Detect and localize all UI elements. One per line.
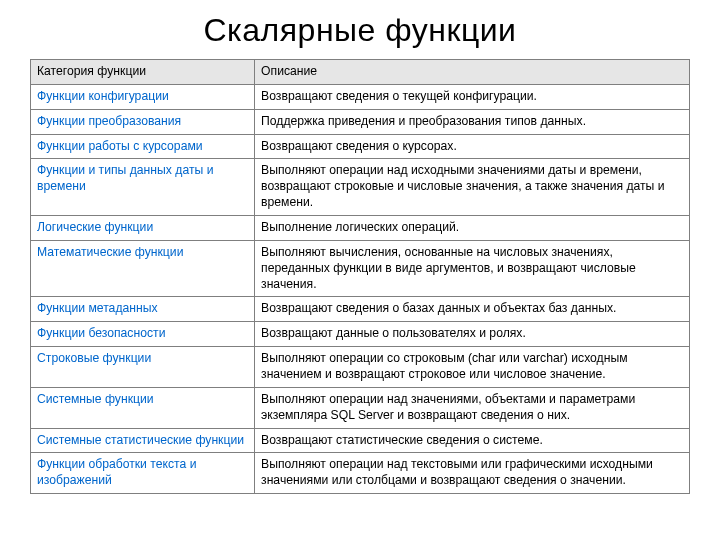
category-link[interactable]: Математические функции <box>37 245 183 259</box>
description-cell: Выполняют операции над значениями, объек… <box>255 387 690 428</box>
category-link[interactable]: Системные статистические функции <box>37 433 244 447</box>
description-cell: Выполняют вычисления, основанные на числ… <box>255 240 690 297</box>
category-link[interactable]: Функции метаданных <box>37 301 158 315</box>
category-link[interactable]: Функции обработки текста и изображений <box>37 457 197 487</box>
table-row: Функции преобразованияПоддержка приведен… <box>31 109 690 134</box>
category-cell: Функции работы с курсорами <box>31 134 255 159</box>
category-cell: Функции обработки текста и изображений <box>31 453 255 494</box>
description-cell: Возвращают сведения о текущей конфигурац… <box>255 84 690 109</box>
description-cell: Возвращают сведения о курсорах. <box>255 134 690 159</box>
category-cell: Системные статистические функции <box>31 428 255 453</box>
description-cell: Возвращают сведения о базах данных и объ… <box>255 297 690 322</box>
table-row: Системные функцииВыполняют операции над … <box>31 387 690 428</box>
description-cell: Выполняют операции над исходными значени… <box>255 159 690 216</box>
functions-table: Категория функции Описание Функции конфи… <box>30 59 690 494</box>
table-row: Функции безопасностиВозвращают данные о … <box>31 322 690 347</box>
table-row: Системные статистические функцииВозвраща… <box>31 428 690 453</box>
category-cell: Системные функции <box>31 387 255 428</box>
description-cell: Возвращают статистические сведения о сис… <box>255 428 690 453</box>
table-row: Функции метаданныхВозвращают сведения о … <box>31 297 690 322</box>
category-link[interactable]: Логические функции <box>37 220 153 234</box>
description-cell: Выполняют операции со строковым (char ил… <box>255 347 690 388</box>
header-description: Описание <box>255 60 690 85</box>
table-row: Строковые функцииВыполняют операции со с… <box>31 347 690 388</box>
category-cell: Логические функции <box>31 216 255 241</box>
category-link[interactable]: Функции конфигурации <box>37 89 169 103</box>
description-cell: Поддержка приведения и преобразования ти… <box>255 109 690 134</box>
category-cell: Функции безопасности <box>31 322 255 347</box>
category-cell: Функции и типы данных даты и времени <box>31 159 255 216</box>
category-link[interactable]: Функции и типы данных даты и времени <box>37 163 213 193</box>
category-link[interactable]: Функции преобразования <box>37 114 181 128</box>
table-row: Функции работы с курсорамиВозвращают све… <box>31 134 690 159</box>
table-row: Функции обработки текста и изображенийВы… <box>31 453 690 494</box>
category-cell: Математические функции <box>31 240 255 297</box>
category-cell: Функции преобразования <box>31 109 255 134</box>
category-link[interactable]: Строковые функции <box>37 351 151 365</box>
description-cell: Выполняют операции над текстовыми или гр… <box>255 453 690 494</box>
table-row: Математические функцииВыполняют вычислен… <box>31 240 690 297</box>
header-category: Категория функции <box>31 60 255 85</box>
category-cell: Строковые функции <box>31 347 255 388</box>
table-header-row: Категория функции Описание <box>31 60 690 85</box>
page-title: Скалярные функции <box>30 12 690 49</box>
description-cell: Возвращают данные о пользователях и роля… <box>255 322 690 347</box>
category-link[interactable]: Функции работы с курсорами <box>37 139 203 153</box>
category-cell: Функции метаданных <box>31 297 255 322</box>
table-row: Функции конфигурацииВозвращают сведения … <box>31 84 690 109</box>
description-cell: Выполнение логических операций. <box>255 216 690 241</box>
table-row: Логические функцииВыполнение логических … <box>31 216 690 241</box>
category-link[interactable]: Функции безопасности <box>37 326 165 340</box>
table-row: Функции и типы данных даты и времениВыпо… <box>31 159 690 216</box>
category-cell: Функции конфигурации <box>31 84 255 109</box>
category-link[interactable]: Системные функции <box>37 392 154 406</box>
